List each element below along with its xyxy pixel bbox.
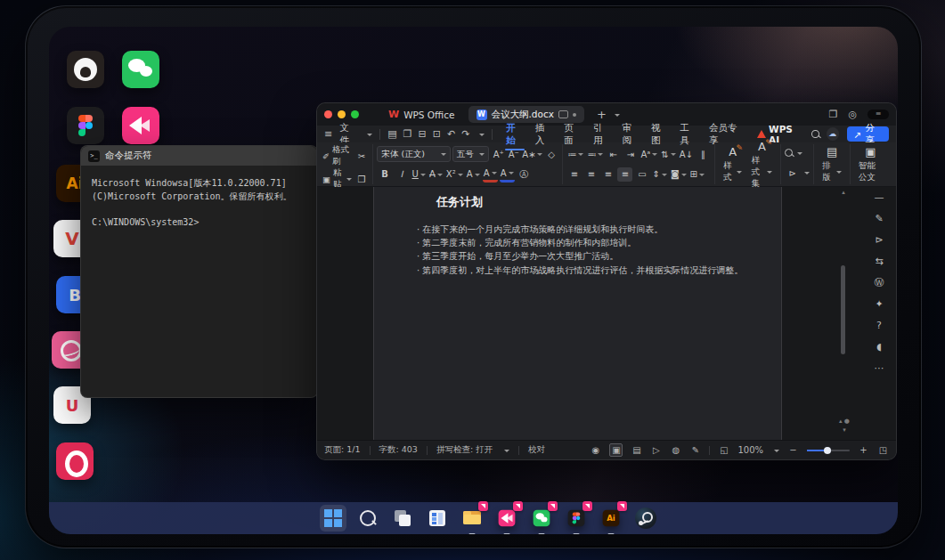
paragraph-tool-icon[interactable]: ⇅ xyxy=(660,147,676,161)
ink-icon[interactable]: ✎ xyxy=(689,445,701,455)
window-menu-pill[interactable]: ≡ xyxy=(868,110,889,119)
layout-mode-icon[interactable]: ❐ xyxy=(829,109,838,120)
search-icon[interactable] xyxy=(811,130,819,138)
cloud-sync-icon[interactable]: ☁ xyxy=(827,127,839,141)
font-tool-icon[interactable]: U xyxy=(411,167,426,182)
quick-action-icon[interactable]: ▤ xyxy=(387,128,396,140)
paragraph-tool-icon[interactable]: ≡ xyxy=(583,167,599,182)
paragraph-tool-icon[interactable]: ≡ xyxy=(566,167,582,182)
github-icon[interactable] xyxy=(67,51,104,88)
zoom-level[interactable]: 100% xyxy=(737,445,763,455)
widgets-button[interactable] xyxy=(424,505,451,532)
tab-list-caret-icon[interactable] xyxy=(615,114,620,119)
paragraph-tool-icon[interactable]: ▭ xyxy=(634,167,649,182)
search-button[interactable] xyxy=(354,505,381,532)
side-tool-icon[interactable]: ? xyxy=(870,319,888,332)
find-icon[interactable] xyxy=(785,149,793,157)
start-button[interactable] xyxy=(320,505,346,532)
font-tool-icon[interactable]: A xyxy=(466,167,481,182)
illustrator-button[interactable]: Ai xyxy=(598,505,624,532)
tab-page[interactable]: 页面 xyxy=(563,120,582,149)
side-tool-icon[interactable]: ⋯ xyxy=(870,361,888,375)
zoom-slider-knob[interactable] xyxy=(824,447,831,454)
paragraph-tool-icon[interactable]: ≡ xyxy=(600,167,615,182)
zoom-out-button[interactable]: − xyxy=(787,445,799,455)
paragraph-tool-icon[interactable]: ◙ xyxy=(670,167,688,182)
proofread-button[interactable]: 校对 xyxy=(528,444,545,456)
font-tool-icon[interactable]: ◇ xyxy=(543,147,558,161)
side-tool-icon[interactable]: — xyxy=(870,191,888,204)
figma-icon[interactable] xyxy=(67,107,104,144)
outline-view-icon[interactable]: ▤ xyxy=(631,445,642,455)
web-view-icon[interactable]: ◍ xyxy=(670,445,681,455)
eye-protect-icon[interactable]: ◉ xyxy=(590,445,601,455)
font-size-select[interactable]: 五号 xyxy=(452,146,489,162)
paragraph-tool-icon[interactable]: ≔ xyxy=(566,147,584,161)
paragraph-tool-icon[interactable]: ≕ xyxy=(586,147,604,161)
font-tool-icon[interactable]: A xyxy=(483,166,498,183)
theme-icon[interactable]: ◎ xyxy=(848,109,857,120)
share-button[interactable]: ↗ 分享 xyxy=(847,126,889,142)
font-tool-icon[interactable]: I xyxy=(394,167,409,182)
side-tool-icon[interactable]: ✎ xyxy=(870,212,888,225)
quick-action-icon[interactable]: ↶ xyxy=(447,128,455,140)
cmd-prompt[interactable]: C:\WINDOWS\system32> xyxy=(92,215,306,229)
minimize-button[interactable] xyxy=(338,110,346,118)
tab-insert[interactable]: 插入 xyxy=(534,120,554,149)
paragraph-tool-icon[interactable]: ≡ xyxy=(617,167,632,182)
vertical-scrollbar[interactable] xyxy=(841,265,845,354)
format-painter-button[interactable]: ✐格式刷 xyxy=(322,144,352,167)
tab-view[interactable]: 视图 xyxy=(650,120,670,149)
fullscreen-icon[interactable]: ◳ xyxy=(877,445,889,455)
close-button[interactable] xyxy=(324,110,332,118)
font-tool-icon[interactable]: A⁺ xyxy=(491,147,506,161)
more-actions-caret-icon[interactable] xyxy=(479,134,485,139)
spellcheck-status[interactable]: 拼写检查: 打开 xyxy=(436,444,493,456)
tab-review[interactable]: 审阅 xyxy=(621,120,640,149)
copy-icon[interactable]: ❐ xyxy=(354,172,369,186)
zoom-slider[interactable] xyxy=(807,450,850,451)
quick-action-icon[interactable]: ↷ xyxy=(461,128,469,140)
quick-action-icon[interactable]: ❐ xyxy=(403,128,412,140)
font-tool-icon[interactable]: A xyxy=(428,167,444,182)
font-tool-icon[interactable]: B xyxy=(377,167,392,182)
play-view-icon[interactable]: ▷ xyxy=(650,445,662,455)
paragraph-tool-icon[interactable]: ⊞ xyxy=(689,167,705,182)
cmd-titlebar[interactable]: >_ 命令提示符 xyxy=(81,146,317,166)
tab-reference[interactable]: 引用 xyxy=(592,120,612,149)
font-tool-icon[interactable]: A∗ xyxy=(521,147,543,161)
paragraph-tool-icon[interactable]: Aᵃ xyxy=(640,147,658,161)
smart-doc-button[interactable]: ▣ 智能公文 xyxy=(854,145,887,183)
tab-tools[interactable]: 工具 xyxy=(679,120,698,149)
cut-icon[interactable]: ✂ xyxy=(354,149,369,163)
paragraph-tool-icon[interactable]: ⇥ xyxy=(623,147,638,161)
hamburger-icon[interactable]: ≡ xyxy=(324,128,332,140)
font-name-select[interactable]: 宋体 (正文) xyxy=(377,146,450,162)
file-caret-icon[interactable] xyxy=(367,134,372,139)
steam-button[interactable] xyxy=(632,505,659,532)
side-tool-icon[interactable]: ✦ xyxy=(870,297,888,311)
fit-page-icon[interactable]: ◱ xyxy=(718,445,729,455)
typeset-button[interactable]: ▤ 排版 xyxy=(818,145,846,183)
quick-action-icon[interactable]: ⊟ xyxy=(418,128,426,140)
scrollbar-page-buttons[interactable]: ▴ ● ▾ xyxy=(839,417,850,434)
side-tool-icon[interactable]: ⊳ xyxy=(870,233,888,247)
media-app-button[interactable] xyxy=(493,505,520,532)
zoom-in-button[interactable]: + xyxy=(858,445,869,455)
figma-button[interactable] xyxy=(563,505,590,532)
wechat-icon[interactable] xyxy=(122,51,159,88)
task-view-button[interactable] xyxy=(389,505,416,532)
select-cursor-icon[interactable]: ⊳ xyxy=(785,166,800,180)
maximize-button[interactable] xyxy=(351,110,359,118)
wechat-button[interactable] xyxy=(528,505,555,532)
paragraph-tool-icon[interactable]: ⇕ xyxy=(651,167,667,182)
paragraph-tool-icon[interactable]: ⇤ xyxy=(606,147,621,161)
font-tool-icon[interactable]: X² xyxy=(445,167,464,182)
comment-icon[interactable] xyxy=(558,110,568,118)
side-tool-icon[interactable]: Ⓦ xyxy=(870,276,888,289)
side-tool-icon[interactable]: ⇆ xyxy=(870,255,888,268)
page-view-icon[interactable]: ▣ xyxy=(609,443,623,457)
tab-wps-home[interactable]: W WPS Office xyxy=(380,106,463,123)
quick-action-icon[interactable]: ⊡ xyxy=(433,128,441,140)
file-explorer-button[interactable] xyxy=(459,505,485,532)
